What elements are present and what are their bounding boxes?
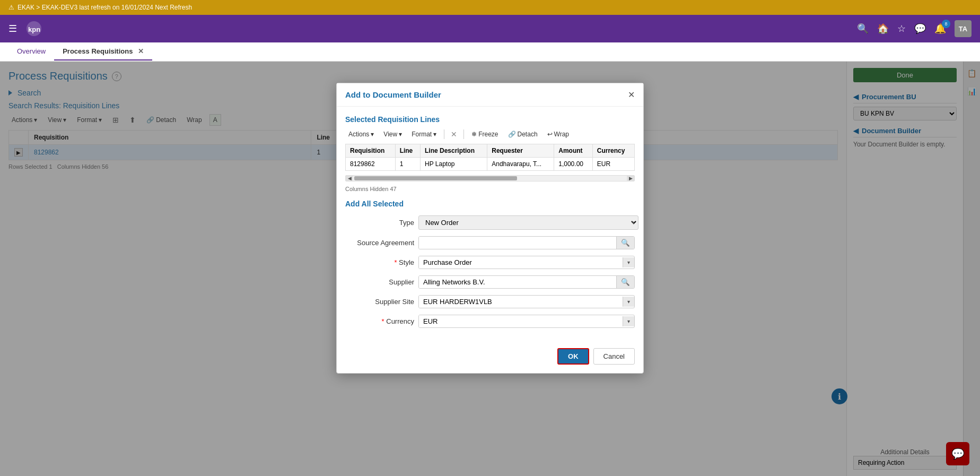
modal-header: Add to Document Builder ✕ xyxy=(337,83,643,107)
modal-currency-col: Currency xyxy=(592,144,634,158)
logo: kpn xyxy=(25,20,42,37)
modal-description-col: Line Description xyxy=(421,144,487,158)
cancel-button[interactable]: Cancel xyxy=(593,348,635,365)
scroll-thumb xyxy=(354,176,517,180)
modal-format-dropdown-icon: ▾ xyxy=(433,131,436,138)
add-to-document-builder-modal: Add to Document Builder ✕ Selected Requi… xyxy=(336,83,644,374)
warning-icon: ⚠ xyxy=(8,4,14,11)
notifications-icon[interactable]: 🔔 8 xyxy=(934,23,946,34)
modal-footer: OK Cancel xyxy=(337,343,643,373)
scroll-thumb-area[interactable] xyxy=(354,176,626,180)
style-select[interactable]: Purchase Order Blanket Purchase Agreemen… xyxy=(419,256,623,269)
supplier-label: Supplier xyxy=(345,278,414,286)
scroll-left-button[interactable]: ◀ xyxy=(346,176,353,181)
source-agreement-input-group: 🔍 xyxy=(418,236,635,249)
currency-select-group: EUR USD GBP ▾ xyxy=(418,315,635,328)
modal-body: Selected Requisition Lines Actions ▾ Vie… xyxy=(337,107,643,343)
modal-currency-cell: EUR xyxy=(592,158,634,171)
warning-text: EKAK > EKAK-DEV3 last refresh on 16/01/2… xyxy=(18,4,192,11)
modal-requisition-col: Requisition xyxy=(346,144,396,158)
modal-overlay: Add to Document Builder ✕ Selected Requi… xyxy=(0,62,980,476)
type-label: Type xyxy=(345,219,414,227)
source-agreement-form-row: Source Agreement 🔍 xyxy=(345,236,635,249)
supplier-site-select[interactable]: EUR HARDERW1VLB xyxy=(419,296,623,308)
chat-button[interactable]: 💬 xyxy=(946,442,969,465)
modal-requester-cell: Andhavarapu, T... xyxy=(487,158,554,171)
modal-view-dropdown-icon: ▾ xyxy=(399,131,402,138)
scroll-right-button[interactable]: ▶ xyxy=(627,176,634,181)
modal-amount-cell: 1,000.00 xyxy=(554,158,592,171)
modal-format-button[interactable]: Format ▾ xyxy=(408,129,440,140)
selected-req-lines-title: Selected Requisition Lines xyxy=(345,115,635,124)
modal-columns-hidden: Columns Hidden 47 xyxy=(345,185,635,193)
supplier-search-button[interactable]: 🔍 xyxy=(616,276,634,288)
tab-close-icon[interactable]: ✕ xyxy=(138,47,144,55)
style-label: Style xyxy=(345,258,414,266)
type-form-row: Type New Order Blanket Agreement Contrac… xyxy=(345,215,635,230)
style-form-row: Style Purchase Order Blanket Purchase Ag… xyxy=(345,256,635,269)
modal-title: Add to Document Builder xyxy=(345,90,441,99)
notification-count: 8 xyxy=(942,20,950,28)
currency-label: Currency xyxy=(345,317,414,325)
modal-view-button[interactable]: View ▾ xyxy=(380,129,405,140)
modal-line-cell: 1 xyxy=(395,158,420,171)
supplier-site-select-group: EUR HARDERW1VLB ▾ xyxy=(418,295,635,308)
avatar[interactable]: TA xyxy=(955,20,972,37)
star-icon[interactable]: ☆ xyxy=(897,23,906,34)
supplier-site-dropdown-button[interactable]: ▾ xyxy=(623,297,634,307)
supplier-input-group: 🔍 xyxy=(418,275,635,289)
modal-actions-dropdown-icon: ▾ xyxy=(371,131,374,138)
currency-form-row: Currency EUR USD GBP ▾ xyxy=(345,315,635,328)
style-select-group: Purchase Order Blanket Purchase Agreemen… xyxy=(418,256,635,269)
tab-overview[interactable]: Overview xyxy=(8,43,54,60)
supplier-input[interactable] xyxy=(419,276,616,288)
source-agreement-input[interactable] xyxy=(419,237,616,249)
modal-detach-button[interactable]: 🔗 Detach xyxy=(505,129,541,140)
modal-table-row: 8129862 1 HP Laptop Andhavarapu, T... 1,… xyxy=(346,158,635,171)
currency-select[interactable]: EUR USD GBP xyxy=(419,315,623,327)
modal-selected-lines-table: Requisition Line Line Description Reques… xyxy=(345,144,635,171)
modal-freeze-button[interactable]: ❄ Freeze xyxy=(468,129,501,140)
toolbar-separator-2 xyxy=(463,129,464,139)
toolbar-separator xyxy=(444,129,444,139)
top-navigation: ☰ kpn 🔍 🏠 ☆ 💬 🔔 8 TA xyxy=(0,15,980,42)
warning-bar: ⚠ EKAK > EKAK-DEV3 last refresh on 16/01… xyxy=(0,0,980,15)
modal-line-col: Line xyxy=(395,144,420,158)
tab-process-requisitions[interactable]: Process Requisitions ✕ xyxy=(54,43,152,60)
hamburger-icon[interactable]: ☰ xyxy=(8,23,17,34)
modal-actions-button[interactable]: Actions ▾ xyxy=(345,129,377,140)
search-icon[interactable]: 🔍 xyxy=(857,23,869,34)
modal-requester-col: Requester xyxy=(487,144,554,158)
add-all-selected-label: Add All Selected xyxy=(345,200,635,208)
type-dropdown-icon: ▾ xyxy=(632,220,635,226)
chat-icon[interactable]: 💬 xyxy=(914,23,926,34)
home-icon[interactable]: 🏠 xyxy=(877,23,889,34)
modal-desc-cell: HP Laptop xyxy=(421,158,487,171)
modal-remove-icon[interactable]: ✕ xyxy=(449,129,459,140)
kpn-logo-icon: kpn xyxy=(25,20,42,37)
svg-text:kpn: kpn xyxy=(28,25,40,33)
supplier-site-form-row: Supplier Site EUR HARDERW1VLB ▾ xyxy=(345,295,635,308)
modal-wrap-button[interactable]: ↩ Wrap xyxy=(544,129,572,140)
modal-horizontal-scrollbar[interactable]: ◀ ▶ xyxy=(345,175,635,181)
style-dropdown-button[interactable]: ▾ xyxy=(623,257,634,267)
breadcrumb-tabs: Overview Process Requisitions ✕ xyxy=(0,42,980,62)
modal-close-button[interactable]: ✕ xyxy=(628,90,635,100)
modal-toolbar: Actions ▾ View ▾ Format ▾ ✕ ❄ xyxy=(345,129,635,140)
main-area: Process Requisitions ? Search Search Res… xyxy=(0,62,980,476)
source-agreement-search-button[interactable]: 🔍 xyxy=(616,237,634,249)
supplier-form-row: Supplier 🔍 xyxy=(345,275,635,289)
ok-button[interactable]: OK xyxy=(557,348,589,365)
modal-amount-col: Amount xyxy=(554,144,592,158)
type-select[interactable]: New Order Blanket Agreement Contract xyxy=(418,215,638,230)
supplier-site-label: Supplier Site xyxy=(345,298,414,306)
source-agreement-label: Source Agreement xyxy=(345,239,414,247)
currency-dropdown-button[interactable]: ▾ xyxy=(623,316,634,326)
modal-req-cell: 8129862 xyxy=(346,158,396,171)
